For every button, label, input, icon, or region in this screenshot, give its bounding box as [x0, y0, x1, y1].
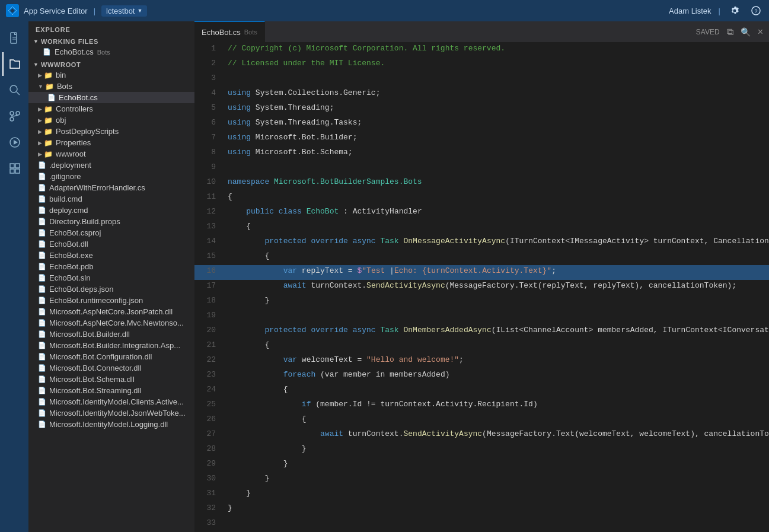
line-number-13: 13	[194, 221, 225, 235]
code-line-16: 16 var replyText = $"Test |Echo: {turnCo…	[194, 265, 769, 280]
sidebar-item-ms-identity-clients-active[interactable]: 📄Microsoft.IdentityModel.Clients.Active.…	[28, 396, 194, 407]
line-number-6: 6	[194, 117, 225, 132]
sidebar-item-bin[interactable]: ▶📁bin	[28, 69, 194, 81]
sidebar-item-deployment[interactable]: 📄.deployment	[28, 160, 194, 171]
arrow-icon: ▶	[38, 129, 42, 135]
line-number-18: 18	[194, 295, 225, 310]
sidebar-item-ms-identity-jsonwebtoken[interactable]: 📄Microsoft.IdentityModel.JsonWebToke...	[28, 407, 194, 419]
line-content-7: using Microsoft.Bot.Builder;	[225, 132, 769, 146]
sidebar-item-ms-bot-schema[interactable]: 📄Microsoft.Bot.Schema.dll	[28, 374, 194, 385]
sidebar-item-deploy-cmd[interactable]: 📄deploy.cmd	[28, 205, 194, 216]
code-line-30: 30 }	[194, 473, 769, 488]
sidebar-item-build-cmd[interactable]: 📄build.cmd	[28, 193, 194, 205]
help-button[interactable]: ?	[749, 4, 763, 18]
sidebar-item-label: Microsoft.Bot.Builder.dll	[49, 330, 130, 339]
line-content-16: var replyText = $"Test |Echo: {turnConte…	[225, 265, 769, 280]
activity-source-control[interactable]	[2, 104, 26, 128]
sidebar-item-echobot-dll[interactable]: 📄EchoBot.dll	[28, 238, 194, 250]
sidebar-item-gitignore[interactable]: 📄.gitignore	[28, 171, 194, 182]
sidebar-item-label: Properties	[56, 138, 91, 147]
working-file-echobot[interactable]: 📄 EchoBot.cs Bots	[28, 46, 194, 58]
sidebar-item-label: obj	[56, 116, 66, 125]
wwwroot-arrow: ▼	[33, 62, 39, 68]
file-icon: 📄	[38, 330, 46, 338]
sidebar-item-echobot-exe[interactable]: 📄EchoBot.exe	[28, 250, 194, 261]
line-content-15: {	[225, 250, 769, 265]
line-number-15: 15	[194, 250, 225, 265]
code-line-10: 10namespace Microsoft.BotBuilderSamples.…	[194, 176, 769, 191]
svg-point-9	[10, 112, 14, 115]
sidebar-item-echobot-sln[interactable]: 📄EchoBot.sln	[28, 272, 194, 283]
line-content-21: {	[225, 339, 769, 354]
line-content-9	[225, 161, 769, 176]
code-line-4: 4using System.Collections.Generic;	[194, 87, 769, 102]
file-icon: 📄	[38, 274, 46, 282]
sidebar-item-ms-bot-connector[interactable]: 📄Microsoft.Bot.Connector.dll	[28, 362, 194, 374]
activity-search[interactable]	[2, 78, 26, 102]
sidebar-item-echobot-deps[interactable]: 📄EchoBot.deps.json	[28, 283, 194, 295]
tab-filename: EchoBot.cs	[202, 28, 241, 37]
folder-icon: 📁	[44, 150, 53, 158]
code-line-12: 12 public class EchoBot : ActivityHandle…	[194, 206, 769, 221]
line-content-26: {	[225, 413, 769, 428]
line-number-25: 25	[194, 399, 225, 413]
close-editor-button[interactable]: ×	[758, 27, 763, 37]
sidebar-item-label: Microsoft.AspNetCore.JsonPatch.dll	[49, 307, 173, 316]
code-line-15: 15 {	[194, 250, 769, 265]
sidebar-item-ms-aspnetcore-mvc-newtonso[interactable]: 📄Microsoft.AspNetCore.Mvc.Newtonso...	[28, 317, 194, 329]
sidebar-item-ms-bot-streaming[interactable]: 📄Microsoft.Bot.Streaming.dll	[28, 385, 194, 396]
file-icon: 📄	[38, 319, 46, 327]
sidebar-item-ms-identity-logging[interactable]: 📄Microsoft.IdentityModel.Logging.dll	[28, 419, 194, 430]
wwwroot-label: WWWROOT	[41, 61, 81, 68]
code-line-24: 24 {	[194, 384, 769, 399]
sidebar-item-postdeploy[interactable]: ▶📁PostDeployScripts	[28, 126, 194, 137]
code-line-27: 27 await turnContext.SendActivityAsync(M…	[194, 428, 769, 443]
svg-text:?: ?	[754, 8, 757, 14]
line-content-17: await turnContext.SendActivityAsync(Mess…	[225, 280, 769, 295]
activity-new-file[interactable]	[2, 26, 26, 50]
sidebar-item-ms-bot-builder[interactable]: 📄Microsoft.Bot.Builder.dll	[28, 329, 194, 340]
working-file-folder: Bots	[97, 49, 110, 56]
line-number-8: 8	[194, 146, 225, 161]
file-icon: 📄	[47, 94, 56, 101]
sidebar-item-properties[interactable]: ▶📁Properties	[28, 137, 194, 148]
main-layout: EXPLORE ▼ WORKING FILES 📄 EchoBot.cs Bot…	[0, 21, 769, 532]
code-line-14: 14 protected override async Task OnMessa…	[194, 235, 769, 250]
settings-button[interactable]	[727, 4, 742, 18]
sidebar-item-ms-bot-configuration[interactable]: 📄Microsoft.Bot.Configuration.dll	[28, 351, 194, 362]
file-icon: 📄	[38, 240, 46, 248]
bot-name-dropdown[interactable]: lctestbot ▼	[101, 5, 147, 17]
activity-extensions[interactable]	[2, 157, 26, 180]
sidebar-item-ms-bot-builder-integration[interactable]: 📄Microsoft.Bot.Builder.Integration.Asp..…	[28, 340, 194, 351]
search-in-file-button[interactable]: 🔍	[741, 27, 751, 37]
sidebar-item-label: Bots	[57, 82, 72, 91]
sidebar-item-label: Controllers	[56, 104, 93, 113]
code-line-17: 17 await turnContext.SendActivityAsync(M…	[194, 280, 769, 295]
line-number-24: 24	[194, 384, 225, 399]
svg-rect-18	[15, 169, 20, 173]
sidebar-item-wwwroot[interactable]: ▶📁wwwroot	[28, 148, 194, 160]
file-icon: 📄	[38, 353, 46, 361]
title-separator: |	[94, 7, 95, 15]
sidebar-item-ms-aspnetcore-jsonpatch[interactable]: 📄Microsoft.AspNetCore.JsonPatch.dll	[28, 306, 194, 317]
sidebar-item-bots[interactable]: ▼📁Bots	[28, 81, 194, 92]
line-content-13: {	[225, 221, 769, 235]
sidebar-item-echobot-runtime[interactable]: 📄EchoBot.runtimeconfig.json	[28, 295, 194, 306]
activity-run[interactable]	[2, 130, 26, 154]
file-icon: 📄	[38, 387, 46, 394]
sidebar-item-label: EchoBot.runtimeconfig.json	[49, 296, 143, 305]
sidebar-item-echobot-cs[interactable]: 📄EchoBot.cs	[28, 92, 194, 103]
split-editor-button[interactable]: ⧉	[727, 27, 733, 37]
activity-explorer[interactable]	[2, 52, 26, 76]
sidebar-item-controllers[interactable]: ▶📁Controllers	[28, 103, 194, 114]
code-line-32: 32}	[194, 502, 769, 517]
code-line-13: 13 {	[194, 221, 769, 235]
code-line-22: 22 var welcomeText = "Hello and welcome!…	[194, 354, 769, 369]
tab-echobot-cs[interactable]: EchoBot.cs Bots	[194, 21, 265, 42]
sidebar-item-echobot-pdb[interactable]: 📄EchoBot.pdb	[28, 261, 194, 272]
sidebar-item-adapterwith[interactable]: 📄AdapterWithErrorHandler.cs	[28, 182, 194, 193]
sidebar-item-obj[interactable]: ▶📁obj	[28, 114, 194, 126]
sidebar-item-echobot-csproj[interactable]: 📄EchoBot.csproj	[28, 227, 194, 238]
sidebar-item-dir-build-props[interactable]: 📄Directory.Build.props	[28, 216, 194, 227]
code-editor[interactable]: 1// Copyright (c) Microsoft Corporation.…	[194, 43, 769, 532]
